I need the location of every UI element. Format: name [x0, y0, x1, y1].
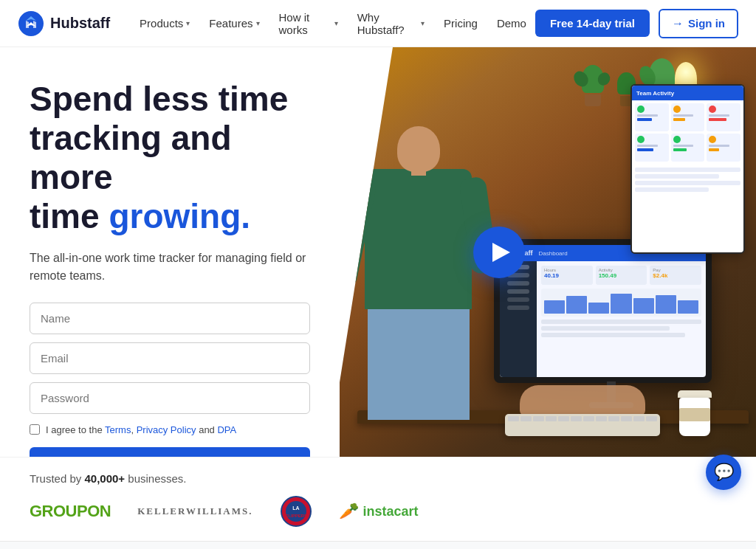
- brand-groupon: GROUPON: [30, 502, 111, 521]
- create-account-button[interactable]: Create account: [30, 447, 310, 457]
- second-screen: Team Activity: [630, 84, 745, 254]
- trusted-suffix: businesses.: [125, 472, 186, 485]
- keyboard: [505, 414, 660, 436]
- bottom-feature-bar: ⏱ Time tracking 📍 GPS tracking & locatio…: [0, 541, 756, 549]
- hero-subtext: The all-in-one work time tracker for man…: [30, 249, 310, 285]
- brand-logos: GROUPON KELLERWILLIAMS. LA CLIPPERS 🥕 in…: [30, 495, 416, 528]
- ms-main-content: Hours 40.19 Activity 150.49 Pay $2.4k: [537, 261, 706, 377]
- nav-item-demo[interactable]: Demo: [488, 11, 535, 35]
- navbar: Hubstaff Products ▾ Features ▾ How it wo…: [0, 0, 756, 47]
- nav-item-how-it-works[interactable]: How it works ▾: [270, 5, 347, 42]
- svg-point-2: [286, 501, 306, 522]
- headline-line1: Spend less time: [30, 80, 288, 118]
- brand-instacart: 🥕 instacart: [339, 502, 419, 521]
- trusted-count: 40,000+: [84, 472, 125, 485]
- main-monitor: Hubstaff Dashboard: [494, 239, 712, 383]
- features-label: Features: [209, 17, 252, 30]
- why-chevron: ▾: [421, 19, 425, 27]
- carrot-icon: 🥕: [339, 502, 359, 521]
- hero-right: Hubstaff Dashboard: [328, 47, 756, 457]
- instacart-label: instacart: [363, 504, 419, 519]
- monitor-screen: Hubstaff Dashboard: [500, 245, 706, 377]
- person-head: [397, 126, 440, 172]
- ms-sidebar-panel: [500, 261, 537, 377]
- name-input[interactable]: [30, 303, 310, 334]
- svg-text:LA: LA: [292, 505, 299, 511]
- how-it-works-label: How it works: [279, 11, 331, 36]
- trusted-text: Trusted by 40,000+ businesses.: [30, 472, 416, 485]
- signup-form: [30, 303, 310, 414]
- privacy-link[interactable]: Privacy Policy: [137, 424, 196, 435]
- ms-page: Dashboard: [539, 250, 568, 257]
- headline-line2: tracking and more: [30, 119, 232, 196]
- signin-button[interactable]: → Sign in: [659, 9, 738, 38]
- image-background: Hubstaff Dashboard: [328, 47, 756, 457]
- person-shirt: [365, 169, 472, 309]
- terms-link[interactable]: Terms: [105, 424, 131, 435]
- coffee-cup: [678, 390, 712, 436]
- hero-section: Spend less time tracking and more time g…: [0, 47, 756, 457]
- trial-button[interactable]: Free 14-day trial: [535, 10, 650, 37]
- play-button[interactable]: [473, 227, 525, 278]
- logo-icon: [18, 10, 44, 37]
- hero-headline: Spend less time tracking and more time g…: [30, 80, 310, 236]
- brand-kw: KELLERWILLIAMS.: [137, 505, 252, 517]
- products-chevron: ▾: [186, 19, 190, 27]
- plant-1: [582, 65, 604, 106]
- svg-text:CLIPPERS: CLIPPERS: [285, 514, 307, 518]
- password-input[interactable]: [30, 382, 310, 414]
- nav-item-products[interactable]: Products ▾: [131, 11, 199, 35]
- products-label: Products: [140, 17, 183, 30]
- email-input[interactable]: [30, 342, 310, 374]
- play-triangle: [492, 243, 510, 262]
- pricing-label: Pricing: [444, 17, 478, 30]
- brand-name: Hubstaff: [50, 15, 110, 32]
- trusted-section: Trusted by 40,000+ businesses. GROUPON K…: [0, 457, 756, 541]
- terms-checkbox[interactable]: [30, 424, 40, 435]
- features-chevron: ▾: [256, 19, 260, 27]
- terms-text: I agree to the Terms, Privacy Policy and…: [46, 424, 236, 435]
- nav-item-pricing[interactable]: Pricing: [435, 11, 487, 35]
- nav-buttons: Free 14-day trial → Sign in: [535, 9, 738, 38]
- logo[interactable]: Hubstaff: [18, 10, 110, 37]
- headline-highlight: growing.: [109, 197, 250, 235]
- nav-links: Products ▾ Features ▾ How it works ▾ Why…: [131, 5, 535, 42]
- person-pants: [368, 309, 470, 420]
- chat-bubble[interactable]: 💬: [706, 455, 741, 490]
- chat-icon: 💬: [714, 463, 734, 482]
- headline-line3: time: [30, 197, 109, 235]
- brand-clippers: LA CLIPPERS: [280, 495, 312, 528]
- demo-label: Demo: [497, 17, 526, 30]
- hands: [520, 385, 645, 416]
- hero-left: Spend less time tracking and more time g…: [0, 47, 340, 457]
- nav-item-features[interactable]: Features ▾: [200, 11, 268, 35]
- person: [365, 126, 472, 420]
- trusted-prefix: Trusted by: [30, 472, 84, 485]
- how-chevron: ▾: [334, 19, 338, 27]
- terms-checkbox-row: I agree to the Terms, Privacy Policy and…: [30, 424, 310, 435]
- dpa-link[interactable]: DPA: [217, 424, 236, 435]
- why-label: Why Hubstaff?: [357, 11, 418, 36]
- signin-label: Sign in: [688, 17, 725, 30]
- nav-item-why[interactable]: Why Hubstaff? ▾: [348, 5, 433, 42]
- signin-icon: →: [672, 17, 684, 30]
- clippers-logo: LA CLIPPERS: [280, 495, 312, 528]
